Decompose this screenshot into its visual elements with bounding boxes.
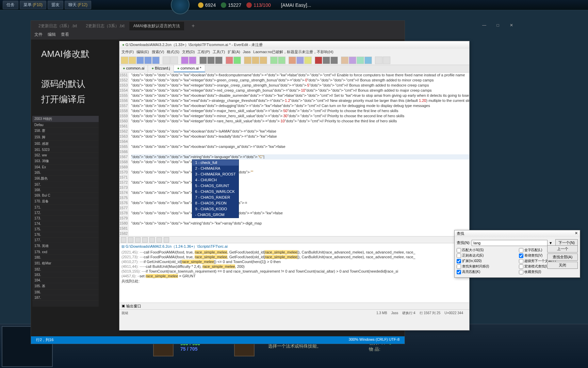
outline-item[interactable]: 178. 英雄: [32, 243, 99, 249]
find-option-checkbox[interactable]: [457, 264, 461, 269]
autocomplete-item[interactable]: 2 - CHIMAERA: [192, 166, 238, 171]
outline-item[interactable]: 159. 脚: [32, 134, 99, 141]
outline-item[interactable]: 164. Ex: [32, 165, 99, 170]
toolbar-button[interactable]: [315, 57, 322, 64]
outline-item[interactable]: 162. ww: [32, 153, 99, 158]
outline-item[interactable]: 184.: [32, 278, 99, 283]
quest-button[interactable]: 任务: [3, 1, 18, 9]
toolbar-button[interactable]: [252, 57, 259, 64]
output-tab[interactable]: ▣ 输出窗口: [119, 303, 469, 309]
search-tool-4[interactable]: [142, 237, 148, 243]
vscode-menubar[interactable]: 文件编辑查看: [31, 31, 405, 40]
search-tool-5[interactable]: [149, 237, 155, 243]
maximize-button[interactable]: □: [491, 21, 505, 30]
menu-item[interactable]: 文档(D): [182, 50, 195, 54]
outline-panel[interactable]: 2003 H细的 Defau158. 赛159. 脚 160. 感谢161. 5…: [32, 116, 99, 307]
outline-header[interactable]: 2003 H细的: [32, 116, 99, 122]
editor-tab[interactable]: ●common.ai *: [174, 65, 205, 72]
find-option-checkbox[interactable]: [519, 259, 523, 263]
autocomplete-item[interactable]: - CHAOS_GROM: [192, 212, 238, 218]
vscode-tab-1[interactable]: 2更新日志（3系）.txt: [34, 22, 81, 30]
autocomplete-popup[interactable]: 1 - check_full2 - CHIMAERA3 - CHIMAERA_R…: [192, 159, 239, 218]
outline-item[interactable]: 175.: [32, 227, 99, 232]
find-dialog[interactable]: 查找 ✕ 查找(N): ▼ 下一个(N) 匹配大小写(S)全字匹配(L)正则表达…: [454, 230, 580, 278]
everedit-tabs[interactable]: ●common.ai●Blizzard.j●common.ai *: [119, 65, 469, 73]
toolbar-button[interactable]: [207, 57, 215, 64]
search-file-header[interactable]: ⊟ G:\Downloads\AMAI2.6.2cn（1.24-1.36+）\S…: [119, 243, 469, 250]
toolbar-button[interactable]: [330, 57, 338, 64]
editor-tab[interactable]: ●common.ai: [119, 65, 148, 72]
vscode-tab-2[interactable]: 2更新日志（3系）.txt: [82, 22, 128, 30]
search-result-line[interactable]: (4911,44): ······call BuildUnit(Max(diff…: [119, 264, 469, 269]
toolbar-button[interactable]: [170, 57, 178, 64]
chat-button[interactable]: 聊天 (F12): [65, 1, 91, 9]
toolbar-button[interactable]: [270, 57, 278, 64]
autocomplete-item[interactable]: 7 - CHAOS_RAIDER: [192, 195, 238, 200]
outline-item[interactable]: 186.: [32, 290, 99, 295]
outline-item[interactable]: 176.: [32, 232, 99, 237]
search-toolbar[interactable]: [119, 236, 469, 243]
find-option-checkbox[interactable]: [457, 259, 461, 263]
find-option-checkbox[interactable]: [519, 254, 523, 258]
autocomplete-item[interactable]: 1 - check_full: [192, 160, 238, 166]
toolbar-button[interactable]: [226, 57, 233, 64]
find-close-button[interactable]: 关闭: [547, 262, 578, 269]
editor-tab[interactable]: ●Blizzard.j: [148, 65, 174, 72]
outline-item[interactable]: 168.: [32, 187, 99, 193]
toolbar-button[interactable]: [136, 57, 144, 64]
outline-item[interactable]: Defau: [32, 122, 99, 128]
toolbar-button[interactable]: [215, 57, 223, 64]
autocomplete-item[interactable]: 6 - CHAOS_WARLOCK: [192, 189, 238, 195]
toolbar-button[interactable]: [383, 57, 390, 64]
toolbar-button[interactable]: [278, 57, 285, 64]
toolbar-button[interactable]: [233, 57, 241, 64]
toolbar-button[interactable]: [163, 57, 170, 64]
outline-item[interactable]: 183.: [32, 272, 99, 278]
toolbar-button[interactable]: [199, 57, 207, 64]
toolbar-button[interactable]: [323, 57, 330, 64]
menu-item[interactable]: 文件(F): [121, 50, 134, 54]
everedit-menubar[interactable]: 文件(F)编辑(E)搜索(V)格式(S)文档(D)工程(P)工具(T)扩展(A)…: [119, 49, 469, 56]
outline-item[interactable]: 169. Bui C: [32, 193, 99, 198]
find-all-button[interactable]: 查找全部(A): [547, 254, 578, 261]
search-results-panel[interactable]: ⊟ G:\Downloads\AMAI2.6.2cn（1.24-1.36+）\S…: [119, 236, 469, 303]
find-prev-button[interactable]: 上一个: [547, 245, 578, 252]
toolbar-button[interactable]: [341, 57, 348, 64]
outline-item[interactable]: 167.: [32, 182, 99, 187]
search-result-line[interactable]: (4910,27): ····if GetUnitCount(old_id[ra…: [119, 259, 469, 264]
toolbar-button[interactable]: [375, 57, 382, 64]
search-tool-6[interactable]: [157, 237, 162, 243]
toolbar-button[interactable]: [121, 57, 128, 64]
find-option-checkbox[interactable]: [519, 248, 523, 252]
menu-item[interactable]: 搜索(V): [152, 50, 164, 54]
menu-button[interactable]: 菜单 (F10): [20, 1, 46, 9]
menu-item[interactable]: Jass: [243, 50, 251, 54]
toolbar-button[interactable]: [260, 57, 267, 64]
minimize-button[interactable]: —: [477, 21, 491, 30]
outline-item[interactable]: 170. 后备: [32, 198, 99, 205]
find-input[interactable]: [472, 240, 548, 246]
outline-item[interactable]: 187.: [32, 295, 99, 301]
outline-item[interactable]: 166.颜色: [32, 175, 99, 182]
new-tab-button[interactable]: +: [192, 23, 195, 29]
everedit-titlebar[interactable]: ● G:\Downloads\AMAI3.2.2cn（1.33+）\Script…: [119, 41, 469, 49]
code-editor[interactable]: 1551155215531554155515561557155815591560…: [119, 73, 469, 236]
vscode-tab-3[interactable]: AMAI修改默认语言的方法: [129, 22, 184, 30]
find-option-checkbox[interactable]: [519, 264, 523, 269]
find-option-checkbox[interactable]: [457, 270, 461, 274]
autocomplete-item[interactable]: 9 - CHAOS_KODO: [192, 206, 238, 212]
toolbar-button[interactable]: [349, 57, 356, 64]
outline-item[interactable]: 160. 感谢: [32, 141, 99, 147]
outline-item[interactable]: 171.: [32, 205, 99, 210]
outline-item[interactable]: 185. 基: [32, 283, 99, 290]
toolbar-button[interactable]: [304, 57, 312, 64]
find-option-checkbox[interactable]: [519, 270, 523, 274]
toolbar-button[interactable]: [364, 57, 372, 64]
outline-item[interactable]: 165.: [32, 170, 99, 175]
toolbar-button[interactable]: [181, 57, 189, 64]
outline-item[interactable]: 181. 格Mar: [32, 260, 99, 267]
autocomplete-item[interactable]: 3 - CHIMAERA_ROOST: [192, 171, 238, 177]
outline-item[interactable]: 161. 5323: [32, 147, 99, 153]
search-result-line[interactable]: (2021,73): ····call FoodPoolAMAI(food, t…: [119, 255, 469, 259]
search-result-line[interactable]: (5019,155): ····if TownCount(race_townru…: [119, 269, 469, 274]
